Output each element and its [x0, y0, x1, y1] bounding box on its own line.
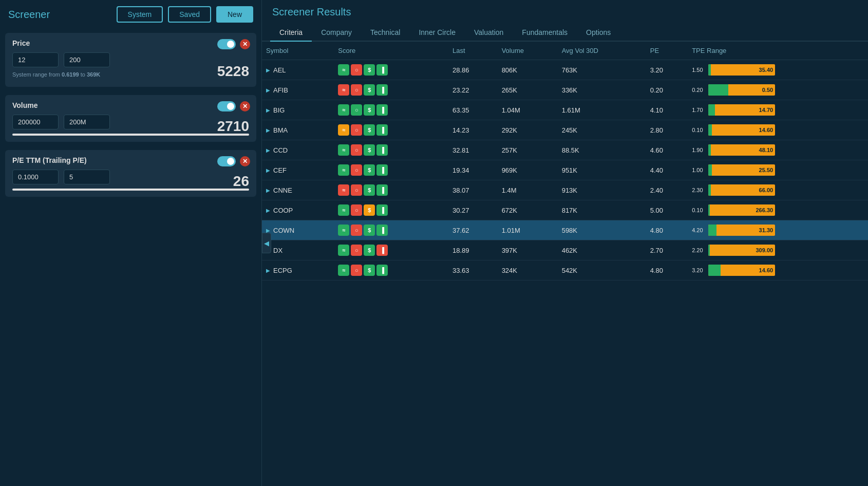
- price-min-input[interactable]: [12, 52, 59, 67]
- tab-inner-circle[interactable]: Inner Circle: [409, 24, 465, 42]
- pe-slider[interactable]: [12, 189, 249, 191]
- volume-min-input[interactable]: [12, 115, 59, 129]
- symbol-cell[interactable]: ▶ECPG: [262, 260, 334, 281]
- tab-company[interactable]: Company: [312, 24, 361, 42]
- tpe-left-label: 1.50: [692, 67, 706, 73]
- volume-close-btn[interactable]: ✕: [240, 101, 250, 111]
- score-icon-3: ▐: [376, 265, 388, 276]
- symbol-cell[interactable]: ▶CCD: [262, 140, 334, 160]
- score-icon-3: ▐: [376, 64, 388, 76]
- symbol-cell[interactable]: ▶CEF: [262, 160, 334, 180]
- score-icon-2: $: [364, 104, 375, 116]
- table-row[interactable]: ▶DX≈○$▐18.89397K462K2.70 2.20 309.00: [262, 240, 868, 260]
- score-cell: ≈○$▐: [334, 220, 448, 240]
- score-icons: ≈○$▐: [338, 245, 444, 256]
- table-row[interactable]: ▶AFIB≈○$▐23.22265K336K0.20 0.20 0.50: [262, 80, 868, 100]
- price-close-btn[interactable]: ✕: [240, 39, 250, 49]
- symbol-text: COOP: [273, 207, 293, 214]
- score-cell: ≈○$▐: [334, 60, 448, 80]
- tab-fundamentals[interactable]: Fundamentals: [513, 24, 577, 42]
- tpe-left-label: 3.20: [692, 267, 706, 273]
- row-arrow-icon: ▶: [266, 188, 270, 193]
- score-icons: ≈○$▐: [338, 104, 444, 116]
- table-header: Symbol Score Last Volume Avg Vol 30D PE …: [262, 42, 868, 60]
- tpe-range-cell: 1.50 35.40: [688, 60, 868, 80]
- score-cell: ≈○$▐: [334, 200, 448, 220]
- symbol-text: AEL: [273, 66, 286, 74]
- col-score[interactable]: Score: [334, 42, 448, 60]
- score-icon-1: ○: [351, 204, 362, 216]
- tpe-bar: 35.40: [708, 64, 775, 76]
- symbol-cell[interactable]: ▶COWN: [262, 220, 334, 240]
- symbol-cell[interactable]: ▶AFIB: [262, 80, 334, 100]
- tpe-range-cell: 2.20 309.00: [688, 240, 868, 260]
- price-toggle[interactable]: [217, 39, 236, 49]
- table-row[interactable]: ▶CNNE≈○$▐38.071.4M913K2.40 2.30 66.00: [262, 180, 868, 200]
- system-button[interactable]: System: [117, 6, 163, 23]
- col-avg-vol[interactable]: Avg Vol 30D: [558, 42, 646, 60]
- row-arrow-icon: ▶: [266, 107, 270, 113]
- score-icon-2: $: [364, 204, 375, 216]
- table-row[interactable]: ▶COOP≈○$▐30.27672K817K5.00 0.10 266.30: [262, 200, 868, 220]
- new-button[interactable]: New: [216, 6, 253, 23]
- col-last[interactable]: Last: [448, 42, 498, 60]
- pe-toggle[interactable]: [217, 156, 236, 166]
- last-cell: 32.81: [448, 140, 498, 160]
- score-icon-2: $: [364, 225, 375, 236]
- last-cell: 28.86: [448, 60, 498, 80]
- symbol-cell[interactable]: ▶AEL: [262, 60, 334, 80]
- saved-button[interactable]: Saved: [168, 6, 211, 23]
- collapse-arrow[interactable]: ◀: [262, 233, 271, 253]
- pe-close-btn[interactable]: ✕: [240, 156, 250, 166]
- score-icon-2: $: [364, 164, 375, 176]
- volume-cell: 257K: [498, 140, 558, 160]
- symbol-cell[interactable]: ▶DX: [262, 240, 334, 260]
- table-row[interactable]: ▶ECPG≈○$▐33.63324K542K4.80 3.20 14.60: [262, 260, 868, 281]
- volume-slider[interactable]: [12, 134, 249, 136]
- symbol-text: DX: [273, 247, 282, 254]
- volume-max-input[interactable]: [64, 115, 110, 129]
- pe-inputs: [12, 170, 249, 184]
- results-title: Screener Results: [272, 6, 351, 18]
- table-row[interactable]: ▶BIG≈○$▐63.351.04M1.61M4.10 1.70 14.70: [262, 100, 868, 120]
- tab-options[interactable]: Options: [577, 24, 620, 42]
- tab-criteria[interactable]: Criteria: [270, 24, 312, 42]
- tpe-bar-green: [708, 225, 716, 236]
- table-row[interactable]: ▶COWN≈○$▐37.621.01M598K4.80 4.20 31.30: [262, 220, 868, 240]
- tpe-range-cell: 2.30 66.00: [688, 180, 868, 200]
- score-icon-2: $: [364, 64, 375, 76]
- score-icon-0: ≈: [338, 104, 349, 116]
- tpe-right-label: 14.70: [759, 107, 773, 113]
- symbol-cell[interactable]: ▶CNNE: [262, 180, 334, 200]
- symbol-cell[interactable]: ▶COOP: [262, 200, 334, 220]
- table-row[interactable]: ▶CEF≈○$▐19.34969K951K4.40 1.00 25.50: [262, 160, 868, 180]
- table-row[interactable]: ▶AEL≈○$▐28.86806K763K3.20 1.50 35.40: [262, 60, 868, 80]
- pe-min-input[interactable]: [12, 170, 59, 184]
- col-pe[interactable]: PE: [646, 42, 688, 60]
- avg-vol-cell: 245K: [558, 120, 646, 140]
- col-symbol[interactable]: Symbol: [262, 42, 334, 60]
- volume-toggle[interactable]: [217, 101, 236, 111]
- table-row[interactable]: ▶CCD≈○$▐32.81257K88.5K4.60 1.90 48.10: [262, 140, 868, 160]
- tpe-left-label: 1.00: [692, 167, 706, 173]
- row-arrow-icon: ▶: [266, 87, 270, 93]
- symbol-cell[interactable]: ▶BIG: [262, 100, 334, 120]
- tpe-bar-green: [708, 144, 711, 156]
- tpe-right-label: 309.00: [756, 247, 773, 253]
- table-row[interactable]: ▶BMA≈○$▐14.23292K245K2.80 0.10 14.60: [262, 120, 868, 140]
- col-volume[interactable]: Volume: [498, 42, 558, 60]
- price-range-hint: System range from 0.6199 to 369K: [12, 71, 249, 78]
- last-cell: 18.89: [448, 240, 498, 260]
- price-max-input[interactable]: [64, 52, 110, 67]
- symbol-cell[interactable]: ▶BMA: [262, 120, 334, 140]
- score-icon-0: ≈: [338, 265, 349, 276]
- score-icon-1: ○: [351, 265, 362, 276]
- col-tpe-range[interactable]: TPE Range: [688, 42, 868, 60]
- pe-cell: 4.80: [646, 260, 688, 281]
- volume-cell: 1.04M: [498, 100, 558, 120]
- score-icon-1: ○: [351, 64, 362, 76]
- tab-valuation[interactable]: Valuation: [465, 24, 513, 42]
- score-icon-0: ≈: [338, 245, 349, 256]
- pe-max-input[interactable]: [64, 170, 110, 184]
- tab-technical[interactable]: Technical: [361, 24, 409, 42]
